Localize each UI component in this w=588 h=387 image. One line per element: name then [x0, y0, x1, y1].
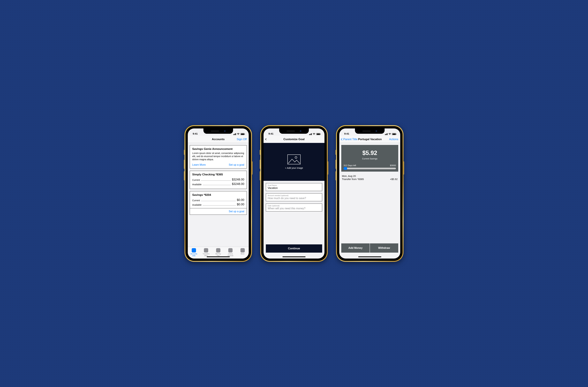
field-placeholder: When will you need this money? — [268, 207, 320, 210]
progress-thumb[interactable] — [344, 167, 347, 170]
transaction-date: Mon, Aug 20 — [342, 175, 398, 177]
account-card-savings[interactable]: Savings *9204 Current $0.00 Available $0… — [190, 191, 247, 215]
available-value: $3248.00 — [232, 182, 244, 186]
field-value: Vacation — [268, 186, 320, 189]
page-title: Portugal Vacation — [358, 138, 382, 141]
add-image-hero[interactable]: + Add your image — [264, 143, 324, 181]
current-label: Current — [192, 199, 200, 202]
battery-icon — [316, 133, 320, 135]
phone-customize-goal: 9:41 Customize Goal + — [260, 125, 328, 262]
battery-icon — [392, 133, 396, 135]
current-label: Current — [192, 179, 200, 181]
set-up-goal-link[interactable]: Set up a goal — [229, 163, 244, 166]
learn-more-link[interactable]: Learn More — [192, 163, 206, 166]
svg-rect-0 — [288, 155, 300, 164]
svg-point-1 — [295, 156, 297, 158]
continue-button[interactable]: Continue — [266, 244, 322, 253]
nav-bar: Parent Title Portugal Vacation Actions — [339, 136, 400, 143]
goal-target-amount: $3000 — [390, 164, 396, 167]
notch — [203, 128, 233, 134]
cellular-icon — [309, 133, 312, 135]
goal-subtitle: Current Savings — [362, 157, 377, 160]
home-indicator[interactable] — [282, 256, 306, 257]
current-value: $0.00 — [237, 198, 244, 202]
tab-transfers[interactable]: Transfers sfers — [201, 248, 211, 257]
transaction-amount: +$5.92 — [390, 178, 398, 181]
field-label: Amount needed (optional) — [268, 195, 320, 197]
field-label: Date (optional) — [268, 205, 320, 207]
nav-bar: Accounts Sign Off — [188, 136, 249, 143]
withdraw-button[interactable]: Withdraw — [370, 244, 398, 253]
tab-label: Transfers — [203, 253, 210, 255]
tab-label: More — [241, 253, 245, 255]
announcement-title: Savings Genie Announcement — [192, 147, 244, 151]
tab-accounts[interactable]: Accounts unts — [189, 248, 199, 257]
chevron-left-icon — [341, 138, 343, 140]
tab-deposit[interactable]: Check Deposit — [226, 248, 235, 257]
phone-accounts: 9:41 Accounts Sign Off Savings Genie Ann… — [185, 125, 252, 262]
account-card-checking[interactable]: Simply Checking *8365 Current $3248.00 A… — [190, 171, 247, 189]
back-parent-title: Parent Title — [343, 138, 357, 141]
announcement-card: Savings Genie Announcement Lorem ipsum d… — [190, 145, 247, 168]
available-value: $0.00 — [237, 203, 244, 206]
tab-more[interactable]: More — [238, 248, 248, 255]
transaction-row[interactable]: Mon, Aug 20 Transfer from *8365 +$5.92 — [339, 174, 400, 182]
back-button[interactable]: Parent Title Portugal Vacation — [339, 136, 382, 143]
goal-summary-card: $5.92 Current Savings 312 Days left $300… — [341, 145, 398, 172]
account-name: Savings *9204 — [192, 193, 244, 197]
tab-icon — [228, 248, 232, 252]
date-field[interactable]: Date (optional) When will you need this … — [266, 204, 322, 211]
progress-track[interactable] — [344, 168, 396, 169]
wifi-icon — [237, 133, 240, 135]
status-time: 9:41 — [193, 132, 198, 135]
available-label: Available — [192, 183, 202, 186]
page-title: Customize Goal — [283, 138, 305, 141]
set-up-goal-link[interactable]: Set up a goal — [190, 208, 247, 215]
actions-button[interactable]: Actions — [387, 136, 400, 143]
status-time: 9:41 — [344, 132, 349, 135]
field-placeholder: How much do you need to save? — [268, 197, 320, 200]
cellular-icon — [385, 133, 388, 135]
home-indicator[interactable] — [207, 256, 230, 257]
add-image-label: + Add your image — [285, 167, 303, 169]
tab-label: Bill Pay — [215, 253, 221, 255]
account-name: Simply Checking *8365 — [192, 173, 244, 176]
announcement-body: Lorem ipsum dolor sit amet, consectetur … — [192, 152, 244, 161]
tab-label: Check — [228, 253, 233, 255]
phone-goal-detail: 9:41 Parent Title Portugal Vacation Acti… — [336, 125, 403, 262]
days-left-label: 312 Days left — [344, 164, 356, 167]
wifi-icon — [388, 133, 391, 135]
add-money-button[interactable]: Add Money — [341, 244, 370, 253]
tab-icon — [216, 248, 220, 252]
available-label: Available — [192, 204, 202, 206]
home-indicator[interactable] — [358, 256, 381, 257]
sign-off-button[interactable]: Sign Off — [235, 136, 249, 143]
nav-bar: Customize Goal — [264, 136, 324, 143]
tab-billpay[interactable]: Bill Pay Pay — [213, 248, 223, 257]
goal-name-field[interactable]: Goal Name Vacation — [266, 183, 322, 191]
goal-current-amount: $5.92 — [362, 149, 377, 156]
current-value: $3248.00 — [232, 178, 244, 181]
cellular-icon — [233, 133, 236, 135]
field-label: Goal Name — [268, 184, 320, 186]
amount-needed-field[interactable]: Amount needed (optional) How much do you… — [266, 193, 322, 201]
tab-icon — [192, 248, 196, 252]
wifi-icon — [313, 133, 315, 135]
page-title: Accounts — [212, 138, 225, 141]
tab-icon — [240, 248, 245, 252]
status-time: 9:41 — [269, 132, 273, 135]
notch — [355, 128, 385, 134]
image-placeholder-icon — [287, 154, 301, 164]
battery-icon — [240, 133, 244, 135]
chevron-left-icon — [265, 138, 267, 140]
tab-sublabel: unts — [192, 255, 195, 257]
transaction-desc: Transfer from *8365 — [342, 178, 364, 181]
tab-icon — [204, 248, 208, 252]
tab-label: Accounts — [190, 253, 197, 255]
back-button[interactable] — [264, 136, 269, 143]
notch — [279, 128, 309, 134]
